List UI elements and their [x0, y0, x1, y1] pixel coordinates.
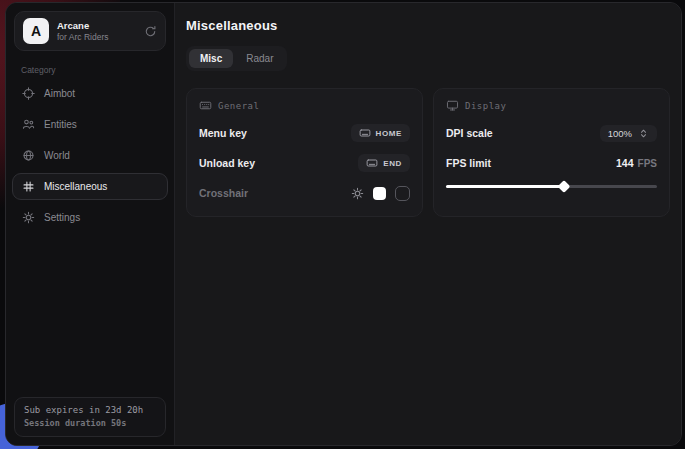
main-content: Miscellaneous Misc Radar Gene [175, 3, 681, 445]
crosshair-controls [351, 186, 410, 201]
tab-radar[interactable]: Radar [235, 49, 284, 68]
display-card-title: Display [465, 101, 506, 111]
menu-key-row: Menu key HOME [199, 124, 410, 142]
crosshair-label: Crosshair [199, 187, 248, 199]
dpi-scale-label: DPI scale [446, 127, 493, 139]
general-card-header: General [199, 99, 410, 112]
sidebar-item-label: Settings [44, 212, 80, 223]
unload-key-bind-button[interactable]: END [358, 154, 410, 172]
globe-icon [22, 149, 35, 162]
unload-key-row: Unload key END [199, 154, 410, 172]
brand-card[interactable]: A Arcane for Arc Riders [14, 11, 166, 51]
crosshair-color-swatch[interactable] [373, 187, 386, 200]
crosshair-enable-checkbox[interactable] [395, 186, 410, 201]
tab-bar: Misc Radar [186, 46, 287, 71]
keyboard-icon [366, 157, 378, 169]
category-label: Category [21, 65, 174, 75]
sync-icon[interactable] [144, 25, 157, 38]
sidebar-item-settings[interactable]: Settings [12, 204, 168, 231]
general-card: General Menu key HOME [186, 88, 423, 217]
slider-thumb[interactable] [558, 180, 571, 193]
sidebar-item-label: Entities [44, 119, 77, 130]
sidebar: A Arcane for Arc Riders Category [6, 3, 175, 445]
sidebar-item-entities[interactable]: Entities [12, 111, 168, 138]
sidebar-nav: Aimbot Entities [6, 80, 174, 231]
sidebar-item-label: Miscellaneous [44, 181, 107, 192]
brand-avatar: A [23, 18, 49, 44]
app-window: A Arcane for Arc Riders Category [5, 2, 682, 446]
monitor-icon [446, 99, 459, 112]
slider-fill [446, 185, 564, 188]
entities-icon [22, 118, 35, 131]
chevron-up-down-icon [638, 128, 649, 139]
keyboard-icon [359, 127, 371, 139]
grid-icon [22, 180, 35, 193]
brand-title: Arcane [57, 20, 136, 32]
fps-limit-slider[interactable] [446, 182, 657, 191]
brand-text: Arcane for Arc Riders [57, 20, 136, 43]
settings-cards: General Menu key HOME [186, 88, 670, 217]
brand-subtitle: for Arc Riders [57, 32, 136, 43]
crosshair-settings-gear-icon[interactable] [351, 187, 364, 200]
fps-limit-label: FPS limit [446, 157, 491, 169]
sub-expiry-text: Sub expires in 23d 20h [24, 404, 156, 418]
crosshair-icon [22, 87, 35, 100]
unload-key-label: Unload key [199, 157, 255, 169]
display-card-header: Display [446, 99, 657, 112]
gear-icon [22, 211, 35, 224]
fps-number: 144 [616, 157, 634, 169]
unload-key-value: END [383, 159, 402, 168]
session-duration-text: Session duration 50s [24, 417, 156, 430]
page-title: Miscellaneous [186, 18, 670, 33]
crosshair-row: Crosshair [199, 184, 410, 202]
tab-misc[interactable]: Misc [189, 49, 233, 68]
fps-limit-value: 144 FPS [616, 157, 657, 169]
dpi-scale-value: 100% [608, 128, 632, 139]
dpi-scale-row: DPI scale 100% [446, 124, 657, 142]
dpi-scale-select[interactable]: 100% [600, 125, 657, 142]
menu-key-bind-button[interactable]: HOME [351, 124, 410, 142]
menu-key-label: Menu key [199, 127, 247, 139]
fps-unit: FPS [638, 158, 657, 169]
sidebar-item-miscellaneous[interactable]: Miscellaneous [12, 173, 168, 200]
sidebar-item-world[interactable]: World [12, 142, 168, 169]
sidebar-item-label: World [44, 150, 70, 161]
display-card: Display DPI scale 100% [433, 88, 670, 217]
menu-key-value: HOME [376, 129, 402, 138]
general-card-title: General [218, 101, 259, 111]
keyboard-icon [199, 99, 212, 112]
fps-limit-row: FPS limit 144 FPS [446, 154, 657, 172]
sidebar-item-aimbot[interactable]: Aimbot [12, 80, 168, 107]
sidebar-item-label: Aimbot [44, 88, 75, 99]
desktop-background: A Arcane for Arc Riders Category [0, 0, 685, 449]
subscription-status-card: Sub expires in 23d 20h Session duration … [14, 397, 166, 437]
